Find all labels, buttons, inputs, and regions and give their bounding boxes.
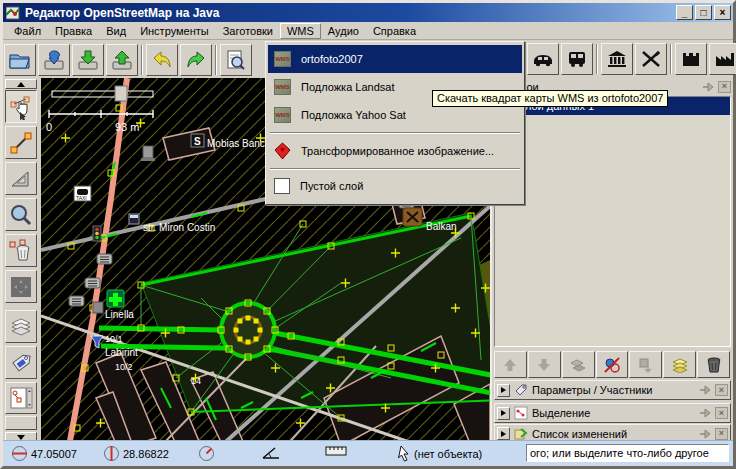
expand-changeset-button[interactable] xyxy=(497,427,510,440)
taxi-icon: TAXI xyxy=(74,186,91,201)
search-document-icon xyxy=(224,49,248,71)
selection-panel-bar[interactable]: Выделение × xyxy=(494,403,731,423)
wms-layer-icon: WMS xyxy=(274,79,291,95)
title-bar[interactable]: Редактор OpenStreetMap на Java _ □ × xyxy=(3,3,733,22)
shop-icon xyxy=(93,302,103,313)
menu-tools[interactable]: Инструменты xyxy=(133,23,216,39)
cursor-icon xyxy=(395,445,411,462)
partial-tool-button[interactable] xyxy=(5,416,37,430)
maximize-button[interactable]: □ xyxy=(695,5,712,20)
menu-view[interactable]: Вид xyxy=(99,23,133,39)
expand-selection-button[interactable] xyxy=(497,407,510,420)
restaurant-preset-button[interactable] xyxy=(635,43,667,75)
museum-preset-button[interactable] xyxy=(601,43,633,75)
panel-close-icon[interactable]: × xyxy=(715,384,728,396)
save-button[interactable] xyxy=(72,44,104,76)
layer-up-button[interactable] xyxy=(494,351,527,378)
upload-button[interactable] xyxy=(106,44,138,76)
longitude-icon xyxy=(103,445,120,462)
layers-dialog-button[interactable] xyxy=(5,310,37,343)
menu-edit[interactable]: Правка xyxy=(48,23,99,39)
street-sign-icon xyxy=(129,214,139,224)
pharmacy-label: Linella xyxy=(105,309,134,320)
menu-help[interactable]: Справка xyxy=(366,23,423,39)
pin-icon[interactable] xyxy=(699,384,712,396)
download-button[interactable] xyxy=(38,44,70,76)
redo-button[interactable] xyxy=(180,44,212,76)
download-osm-icon xyxy=(42,49,66,71)
menu-item-label: Трансформированное изображение... xyxy=(301,145,494,157)
layer-list[interactable]: Слой данных 1 xyxy=(494,96,731,347)
layer-visibility-button[interactable] xyxy=(596,351,629,378)
menu-presets[interactable]: Заготовки xyxy=(216,23,280,39)
pin-icon[interactable] xyxy=(702,81,715,93)
wms-layer-icon: WMS xyxy=(274,107,291,123)
panel-close-icon[interactable]: × xyxy=(715,428,728,440)
latitude-value: 47.05007 xyxy=(31,448,77,460)
conflicts-dialog-button[interactable] xyxy=(5,382,37,414)
conflict-list-icon xyxy=(8,385,34,411)
tag-icon xyxy=(8,350,34,376)
delete-icon xyxy=(8,238,34,264)
factory-preset-button[interactable] xyxy=(709,43,736,75)
bus-preset-button[interactable] xyxy=(561,43,593,75)
layer-duplicate-button[interactable] xyxy=(663,351,696,378)
layer-down-button[interactable] xyxy=(528,351,561,378)
castle-icon xyxy=(679,48,703,70)
wms-menu-item-rectified[interactable]: Трансформированное изображение... xyxy=(268,137,522,165)
layer-buttons xyxy=(494,351,731,378)
scale-start-label: 0 xyxy=(46,121,52,133)
pan-tool-button[interactable] xyxy=(5,270,37,303)
zoom-tool-button[interactable] xyxy=(5,198,37,231)
expand-icon xyxy=(501,387,506,393)
expand-properties-button[interactable] xyxy=(497,384,510,397)
wms-menu-item-ortofoto2007[interactable]: WMS ortofoto2007 xyxy=(268,45,522,73)
eye-slash-icon xyxy=(603,356,621,374)
open-button[interactable] xyxy=(4,44,36,76)
wms-dropdown-menu: WMS ortofoto2007 WMS Подложка Landsat WM… xyxy=(265,41,525,205)
app-window: Редактор OpenStreetMap на Java _ □ × Фай… xyxy=(0,0,736,469)
undo-button[interactable] xyxy=(146,44,178,76)
down-arrow-icon xyxy=(17,435,25,440)
wms-menu-item-blank[interactable]: Пустой слой xyxy=(268,173,522,199)
select-tool-button[interactable] xyxy=(5,90,37,123)
car-icon xyxy=(531,48,555,70)
layer-merge-button[interactable] xyxy=(629,351,662,378)
expand-icon xyxy=(501,410,506,416)
status-bar: 47.05007 28.86822 xyxy=(3,440,733,466)
menu-bar: Файл Правка Вид Инструменты Заготовки WM… xyxy=(3,22,733,40)
draw-node-tool-button[interactable] xyxy=(5,126,37,159)
pin-icon[interactable] xyxy=(699,407,712,419)
layer-activate-button[interactable] xyxy=(562,351,595,378)
selection-panel-title: Выделение xyxy=(532,407,590,419)
panel-close-icon[interactable]: × xyxy=(718,81,731,93)
object-info: (нет объекта) xyxy=(414,448,482,460)
menu-audio[interactable]: Аудио xyxy=(321,23,366,39)
close-button[interactable]: × xyxy=(714,5,731,20)
window-title: Редактор OpenStreetMap на Java xyxy=(25,6,219,20)
panel-close-icon[interactable]: × xyxy=(715,407,728,419)
menu-item-label: Подложка Yahoo Sat xyxy=(301,109,406,121)
preferences-button[interactable] xyxy=(220,44,252,76)
edit-tool-column xyxy=(3,78,41,440)
minimize-button[interactable]: _ xyxy=(676,5,693,20)
trash-icon xyxy=(706,356,722,374)
pin-icon[interactable] xyxy=(699,428,712,440)
expand-icon xyxy=(501,431,506,437)
toolbar-separator xyxy=(215,45,217,75)
delete-tool-button[interactable] xyxy=(5,234,37,267)
menu-wms[interactable]: WMS xyxy=(280,23,321,39)
draw-node-icon xyxy=(8,130,34,156)
toolbar-separator xyxy=(670,44,672,74)
measure-tool-button[interactable] xyxy=(5,162,37,195)
layer-delete-button[interactable] xyxy=(697,351,730,378)
castle-preset-button[interactable] xyxy=(675,43,707,75)
properties-panel-bar[interactable]: Параметры / Участники × xyxy=(494,380,731,400)
car-preset-button[interactable] xyxy=(527,43,559,75)
properties-icon xyxy=(514,383,528,397)
pharmacy-icon xyxy=(107,290,124,307)
tools-scroll-up[interactable] xyxy=(5,79,37,89)
help-text-field: ого; или выделите что-либо другое xyxy=(526,444,729,462)
tags-dialog-button[interactable] xyxy=(5,346,37,379)
menu-file[interactable]: Файл xyxy=(7,23,48,39)
